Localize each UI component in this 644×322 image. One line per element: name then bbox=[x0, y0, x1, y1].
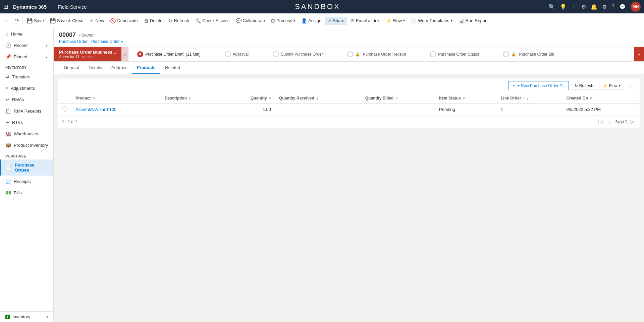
flow-button[interactable]: ⚡ Flow ▾ bbox=[383, 17, 408, 25]
stage-step-bill[interactable]: 🔒 Purchase Order Bill bbox=[498, 49, 559, 60]
collaborate-button[interactable]: 💬 Collaborate bbox=[233, 17, 268, 25]
col-description[interactable]: Description ∨ bbox=[161, 93, 223, 104]
search-icon[interactable]: 🔍 bbox=[548, 4, 555, 10]
sidebar-bottom-inventory[interactable]: I Inventory ◇ bbox=[0, 311, 53, 322]
stage-connector-1 bbox=[206, 54, 219, 54]
stage-active-label[interactable]: Purchase Order Business... Active for 11… bbox=[54, 47, 121, 61]
run-report-button[interactable]: 📊 Run Report bbox=[456, 17, 490, 25]
sidebar-item-purchase-orders[interactable]: 📄 Purchase Orders bbox=[0, 159, 53, 176]
email-link-button[interactable]: ✉ Email a Link bbox=[348, 17, 382, 25]
check-access-icon: 🔍 bbox=[195, 18, 201, 23]
warehouses-icon: 🏭 bbox=[5, 131, 11, 136]
stage-step-status[interactable]: Purchase Order Status bbox=[425, 49, 484, 60]
col-line-order[interactable]: Line Order ↑ ∨ bbox=[497, 93, 562, 104]
sidebar-item-transfers[interactable]: ⇄ Transfers bbox=[0, 71, 53, 82]
check-access-button[interactable]: 🔍 Check Access bbox=[193, 17, 232, 25]
refresh-button[interactable]: ↻ Refresh bbox=[166, 17, 192, 25]
stage-step-draft[interactable]: Purchase Order Draft (11 Min) bbox=[132, 49, 206, 60]
tab-details[interactable]: Details bbox=[84, 62, 107, 74]
brand-label[interactable]: Dynamics 365 bbox=[13, 4, 47, 10]
cell-qty-received bbox=[275, 104, 361, 116]
sidebar-item-bills[interactable]: 💵 Bills bbox=[0, 187, 53, 198]
lightbulb-icon[interactable]: 💡 bbox=[560, 4, 567, 10]
subgrid-more-button[interactable]: ⋮ bbox=[626, 82, 636, 89]
subgrid-refresh-button[interactable]: ↻ Refresh bbox=[571, 82, 597, 90]
stage-collapse-button[interactable]: ‹ bbox=[121, 47, 128, 61]
sidebar-item-adjustments[interactable]: ≡ Adjustments bbox=[0, 82, 53, 94]
tab-address[interactable]: Address bbox=[107, 62, 132, 74]
sidebar-item-rma-receipts[interactable]: 📋 RMA Receipts bbox=[0, 105, 53, 117]
pagination-count: 1 - 1 of 1 bbox=[62, 119, 596, 124]
purchase-orders-icon: 📄 bbox=[6, 165, 12, 170]
sidebar-item-product-inventory[interactable]: 📦 Product Inventory bbox=[0, 139, 53, 151]
tab-related[interactable]: Related bbox=[160, 62, 185, 74]
col-created-on[interactable]: Created On ∨ bbox=[562, 93, 640, 104]
deactivate-button[interactable]: 🚫 Deactivate bbox=[107, 17, 140, 25]
stage-step-approval[interactable]: Approval bbox=[219, 49, 254, 60]
sidebar-item-warehouses[interactable]: 🏭 Warehouses bbox=[0, 128, 53, 139]
col-item-status[interactable]: Item Status ∨ bbox=[435, 93, 497, 104]
col-quantity[interactable]: Quantity ∨ bbox=[223, 93, 275, 104]
sort-line-order-icon2: ∨ bbox=[526, 96, 529, 100]
save-icon: 💾 bbox=[27, 18, 33, 23]
subgrid-flow-icon: ⚡ bbox=[603, 83, 608, 88]
subgrid-flow-button[interactable]: ⚡ Flow ▾ bbox=[599, 82, 624, 90]
adjustments-icon: ≡ bbox=[5, 85, 8, 91]
lock-icon-receipt: 🔒 bbox=[355, 52, 360, 57]
email-icon: ✉ bbox=[351, 18, 355, 23]
save-close-button[interactable]: 💾 Save & Close bbox=[47, 17, 86, 25]
new-button[interactable]: ＋ New bbox=[87, 16, 107, 25]
run-report-icon: 📊 bbox=[459, 18, 464, 23]
assign-button[interactable]: 👤 Assign bbox=[299, 17, 324, 25]
table-footer: 1 - 1 of 1 |◁ ◁ Page 1 ▷ bbox=[58, 116, 640, 128]
save-button[interactable]: 💾 Save bbox=[24, 17, 47, 25]
share-button[interactable]: ↗ Share bbox=[325, 17, 347, 25]
stage-step-receipt[interactable]: 🔒 Purchase Order Receipt bbox=[342, 49, 412, 60]
product-inventory-icon: 📦 bbox=[5, 142, 11, 148]
new-purchase-order-product-button[interactable]: ＋ + New Purchase Order P... bbox=[508, 81, 569, 90]
grid-menu-icon[interactable]: ⊞ bbox=[3, 3, 8, 10]
first-page-button[interactable]: |◁ bbox=[596, 118, 604, 125]
breadcrumb-link-1[interactable]: Purchase Order bbox=[59, 39, 88, 44]
help-icon[interactable]: ? bbox=[611, 4, 614, 10]
forward-button[interactable]: ↷ bbox=[13, 16, 21, 25]
sidebar-item-rtvs[interactable]: ↪ RTVs bbox=[0, 117, 53, 128]
stage-expand-button[interactable]: › bbox=[634, 47, 644, 61]
sidebar-item-rmas[interactable]: ↩ RMAs bbox=[0, 94, 53, 105]
prev-page-button[interactable]: ◁ bbox=[606, 118, 612, 125]
product-link[interactable]: AssemblyWizard 100 bbox=[75, 107, 116, 112]
col-product[interactable]: Product ∨ bbox=[71, 93, 161, 104]
breadcrumb-sep: · bbox=[89, 39, 90, 44]
tab-products[interactable]: Products bbox=[132, 62, 160, 74]
word-templates-button[interactable]: 📄 Word Templates ▾ bbox=[408, 17, 455, 25]
delete-button[interactable]: 🗑 Delete bbox=[141, 17, 165, 25]
nav-arrows: ← ↷ bbox=[3, 16, 21, 25]
avatar[interactable]: MH bbox=[631, 2, 641, 12]
breadcrumb-dropdown-icon[interactable]: ▾ bbox=[121, 40, 123, 44]
breadcrumb-link-2[interactable]: Purchase Order bbox=[91, 39, 120, 44]
row-checkbox[interactable] bbox=[62, 106, 67, 112]
stage-step-label-submit: Submit Purchase Order bbox=[281, 52, 323, 57]
row-select-cell[interactable] bbox=[58, 104, 71, 116]
settings-icon[interactable]: ⚙ bbox=[602, 4, 607, 10]
sidebar-item-recent[interactable]: 🕐 Recent ∨ bbox=[0, 40, 53, 51]
deactivate-icon: 🚫 bbox=[110, 18, 116, 23]
refresh-icon: ↻ bbox=[168, 18, 172, 23]
back-button[interactable]: ← bbox=[3, 16, 12, 25]
stage-step-submit[interactable]: Submit Purchase Order bbox=[267, 49, 328, 60]
chat-icon[interactable]: 💬 bbox=[619, 4, 626, 10]
sidebar-item-receipts[interactable]: 🧾 Receipts bbox=[0, 176, 53, 187]
step-circle-submit bbox=[273, 51, 279, 57]
next-page-button[interactable]: ▷ bbox=[629, 118, 636, 125]
process-button[interactable]: ⊞ Process ▾ bbox=[268, 17, 298, 25]
sidebar-item-home[interactable]: ⌂ Home bbox=[0, 28, 53, 40]
sidebar-item-pinned[interactable]: 📌 Pinned ∨ bbox=[0, 51, 53, 62]
col-qty-billed[interactable]: Quantity Billed ∨ bbox=[361, 93, 435, 104]
module-label[interactable]: Field Service bbox=[58, 4, 87, 10]
bell-icon[interactable]: 🔔 bbox=[591, 4, 597, 10]
sort-product-icon: ∨ bbox=[93, 96, 95, 100]
tab-general[interactable]: General bbox=[59, 62, 84, 74]
filter-icon[interactable]: ⚙ bbox=[581, 4, 586, 10]
plus-icon[interactable]: ＋ bbox=[571, 3, 577, 10]
col-qty-received[interactable]: Quantity Received ∨ bbox=[275, 93, 361, 104]
